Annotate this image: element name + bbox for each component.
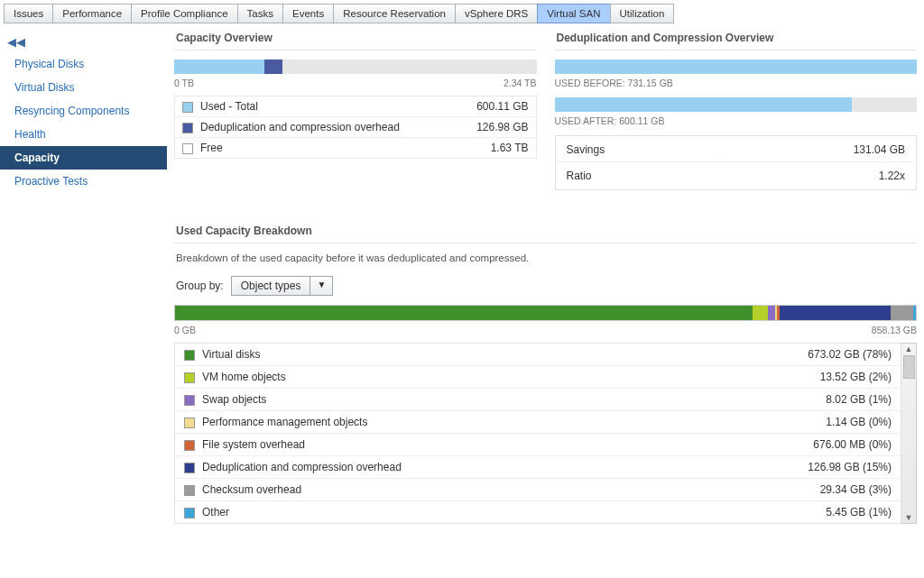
tab-issues[interactable]: Issues <box>4 4 53 23</box>
dedup-before-label: USED BEFORE: 731.15 GB <box>555 78 918 88</box>
capacity-legend: Used - Total600.11 GBDeduplication and c… <box>174 96 537 159</box>
breakdown-value: 1.14 GB (0%) <box>826 416 892 428</box>
scroll-up-icon[interactable]: ▲ <box>905 344 913 353</box>
color-swatch <box>182 102 193 113</box>
breakdown-value: 8.02 GB (1%) <box>826 393 892 406</box>
dedup-overview-panel: Deduplication and Compression Overview U… <box>555 24 918 190</box>
scroll-down-icon[interactable]: ▼ <box>905 513 913 522</box>
color-swatch <box>184 485 195 496</box>
sidebar: ◀◀ Physical DisksVirtual DisksResyncing … <box>0 24 167 524</box>
tab-performance[interactable]: Performance <box>52 4 132 23</box>
color-swatch <box>184 417 195 428</box>
color-swatch <box>184 463 195 473</box>
groupby-label: Group by: <box>176 280 224 292</box>
breakdown-description: Breakdown of the used capacity before it… <box>174 243 917 276</box>
breakdown-title: Used Capacity Breakdown <box>174 217 917 243</box>
sidebar-item-capacity[interactable]: Capacity <box>0 146 167 170</box>
dedup-after-bar <box>555 97 918 112</box>
capacity-min-label: 0 TB <box>174 78 194 88</box>
capacity-bar <box>174 60 537 74</box>
tab-profile-compliance[interactable]: Profile Compliance <box>131 4 238 23</box>
breakdown-value: 29.34 GB (3%) <box>820 483 892 496</box>
sidebar-item-proactive-tests[interactable]: Proactive Tests <box>0 170 167 193</box>
breakdown-value: 5.45 GB (1%) <box>826 506 892 518</box>
breakdown-value: 126.98 GB (15%) <box>808 461 892 473</box>
breakdown-row: VM home objects13.52 GB (2%) <box>175 366 901 389</box>
tab-virtual-san[interactable]: Virtual SAN <box>537 4 610 23</box>
breakdown-value: 13.52 GB (2%) <box>820 371 892 383</box>
breakdown-min-label: 0 GB <box>174 325 196 335</box>
tab-vsphere-drs[interactable]: vSphere DRS <box>455 4 538 23</box>
stat-row: Ratio1.22x <box>558 164 915 188</box>
chevron-down-icon: ▼ <box>310 277 332 295</box>
scroll-thumb[interactable] <box>903 355 915 379</box>
legend-value: 126.98 GB <box>476 121 528 133</box>
capacity-overview-panel: Capacity Overview 0 TB 2.34 TB Used - To… <box>174 24 537 190</box>
breakdown-max-label: 858.13 GB <box>872 325 917 335</box>
breakdown-row: Checksum overhead29.34 GB (3%) <box>175 479 901 501</box>
breakdown-value: 676.00 MB (0%) <box>813 438 892 451</box>
tab-events[interactable]: Events <box>282 4 334 23</box>
breakdown-row: Performance management objects1.14 GB (0… <box>175 411 901 434</box>
legend-row: Used - Total600.11 GB <box>175 96 536 117</box>
groupby-dropdown[interactable]: Object types ▼ <box>231 276 334 296</box>
breakdown-value: 673.02 GB (78%) <box>808 348 892 361</box>
breakdown-row: Deduplication and compression overhead12… <box>175 456 901 479</box>
legend-row: Deduplication and compression overhead12… <box>175 117 536 138</box>
color-swatch <box>184 395 195 406</box>
capacity-overview-title: Capacity Overview <box>174 24 537 50</box>
stat-row: Savings131.04 GB <box>558 138 915 162</box>
breakdown-list: Virtual disks673.02 GB (78%)VM home obje… <box>174 343 901 524</box>
capacity-max-label: 2.34 TB <box>504 78 537 88</box>
color-swatch <box>184 440 195 451</box>
sidebar-item-resyncing-components[interactable]: Resyncing Components <box>0 99 167 123</box>
tab-utilization[interactable]: Utilization <box>610 4 675 23</box>
sidebar-item-health[interactable]: Health <box>0 123 167 146</box>
tab-resource-reservation[interactable]: Resource Reservation <box>333 4 456 23</box>
color-swatch <box>182 123 193 133</box>
top-tabs: IssuesPerformanceProfile ComplianceTasks… <box>0 0 924 23</box>
sidebar-item-virtual-disks[interactable]: Virtual Disks <box>0 76 167 99</box>
groupby-value: Object types <box>232 277 310 295</box>
legend-value: 1.63 TB <box>491 142 529 154</box>
breakdown-row: Swap objects8.02 GB (1%) <box>175 389 901 411</box>
breakdown-row: File system overhead676.00 MB (0%) <box>175 434 901 456</box>
color-swatch <box>182 143 193 154</box>
tab-tasks[interactable]: Tasks <box>237 4 283 23</box>
scrollbar[interactable]: ▲ ▼ <box>901 343 917 524</box>
collapse-icon[interactable]: ◀◀ <box>0 32 167 52</box>
dedup-overview-title: Deduplication and Compression Overview <box>555 24 918 50</box>
dedup-after-label: USED AFTER: 600.11 GB <box>555 115 918 126</box>
color-swatch <box>184 372 195 383</box>
breakdown-bar <box>174 305 917 321</box>
breakdown-row: Other5.45 GB (1%) <box>175 501 901 523</box>
legend-value: 600.11 GB <box>476 100 528 113</box>
dedup-stats-table: Savings131.04 GBRatio1.22x <box>555 135 918 190</box>
dedup-before-bar <box>555 60 918 74</box>
legend-row: Free1.63 TB <box>175 138 536 158</box>
breakdown-panel: Used Capacity Breakdown Breakdown of the… <box>174 217 917 524</box>
color-swatch <box>184 350 195 361</box>
sidebar-item-physical-disks[interactable]: Physical Disks <box>0 52 167 76</box>
color-swatch <box>184 508 195 518</box>
breakdown-row: Virtual disks673.02 GB (78%) <box>175 344 901 366</box>
